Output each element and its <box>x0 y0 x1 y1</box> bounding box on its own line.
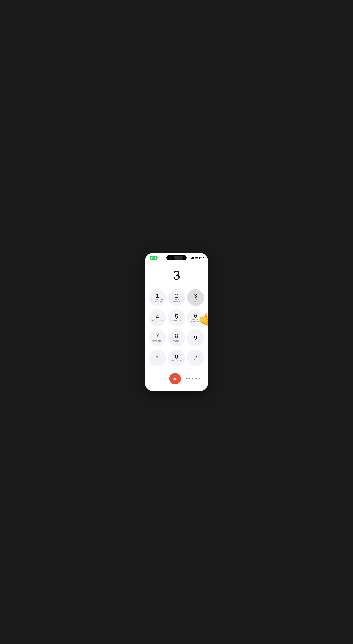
key-1[interactable]: 1 RESERVATIONS& INQUIRIES <box>149 289 166 306</box>
keypad-row-4: * 0 OPERATOR # <box>149 350 204 366</box>
key-hash[interactable]: # <box>187 350 204 366</box>
battery-icon <box>199 257 204 259</box>
key-9[interactable]: 9 <box>187 330 204 346</box>
status-time: 9:41 <box>150 256 158 260</box>
keypad-row-2: 4 HOUSEKEEPING 5 CONCIERGE 6 BILLING &PA… <box>149 309 204 326</box>
key-4-label: HOUSEKEEPING <box>151 320 164 322</box>
key-5-number: 5 <box>175 314 178 320</box>
bottom-actions: Hide Keypad <box>145 370 208 384</box>
key-8-number: 8 <box>175 333 178 339</box>
island-pill <box>174 256 184 260</box>
key-4-number: 4 <box>156 314 159 320</box>
key-2[interactable]: 2 ROOMSERVICE <box>168 289 185 306</box>
key-3-label: FRONTDESK <box>193 299 198 302</box>
key-3-number: 3 <box>194 293 197 299</box>
key-1-label: RESERVATIONS& INQUIRIES <box>152 299 164 302</box>
phone-frame: 9:41 ⌨ 3 1 RESERVATIONS& INQUIRIES <box>145 253 208 391</box>
keypad-row-3: 7 AMENITIES &SERVICES 8 EMERGENCYSERVICE… <box>149 330 204 346</box>
keypad-row-1: 1 RESERVATIONS& INQUIRIES 2 ROOMSERVICE … <box>149 289 204 306</box>
wifi-icon: ⌨ <box>194 256 198 259</box>
key-4[interactable]: 4 HOUSEKEEPING <box>149 309 166 326</box>
key-0-number: 0 <box>175 354 178 360</box>
key-0[interactable]: 0 OPERATOR <box>168 350 185 366</box>
hide-keypad-label[interactable]: Hide Keypad <box>186 377 201 380</box>
key-5-label: CONCIERGE <box>172 320 181 322</box>
status-right: ⌨ <box>191 256 204 259</box>
key-7[interactable]: 7 AMENITIES &SERVICES <box>149 330 166 346</box>
key-star-number: * <box>156 355 158 361</box>
dynamic-island <box>166 255 187 260</box>
key-1-number: 1 <box>156 293 159 299</box>
key-hash-number: # <box>194 355 197 361</box>
key-6[interactable]: 6 BILLING &PAYMENTS <box>187 309 204 326</box>
key-6-number: 6 <box>194 313 197 319</box>
signal-icon <box>191 257 194 259</box>
end-call-icon <box>172 376 178 381</box>
key-8[interactable]: 8 EMERGENCYSERVICES <box>168 330 185 346</box>
keypad: 1 RESERVATIONS& INQUIRIES 2 ROOMSERVICE … <box>145 289 208 366</box>
key-2-label: ROOMSERVICE <box>173 299 180 302</box>
key-9-number: 9 <box>194 335 197 341</box>
key-6-label: BILLING &PAYMENTS <box>191 319 200 323</box>
dialed-number: 3 <box>145 265 208 289</box>
key-8-label: EMERGENCYSERVICES <box>172 339 182 343</box>
key-7-label: AMENITIES &SERVICES <box>152 339 162 343</box>
key-5[interactable]: 5 CONCIERGE <box>168 309 185 326</box>
phone-content: 3 1 RESERVATIONS& INQUIRIES 2 ROOMSERVIC… <box>145 262 208 391</box>
key-7-number: 7 <box>156 333 159 339</box>
battery-fill <box>200 257 202 258</box>
island-dot <box>170 257 171 258</box>
key-3[interactable]: 3 FRONTDESK <box>187 289 204 306</box>
end-call-button[interactable] <box>169 373 181 384</box>
key-2-number: 2 <box>175 293 178 299</box>
key-star[interactable]: * <box>149 350 166 366</box>
key-0-label: OPERATOR <box>172 360 181 362</box>
